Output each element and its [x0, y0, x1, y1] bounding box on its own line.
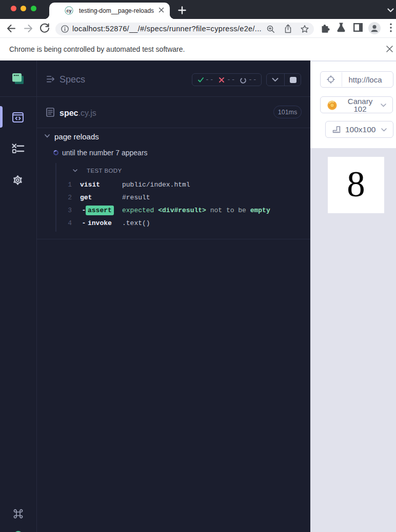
svg-text:cy: cy: [66, 8, 71, 13]
